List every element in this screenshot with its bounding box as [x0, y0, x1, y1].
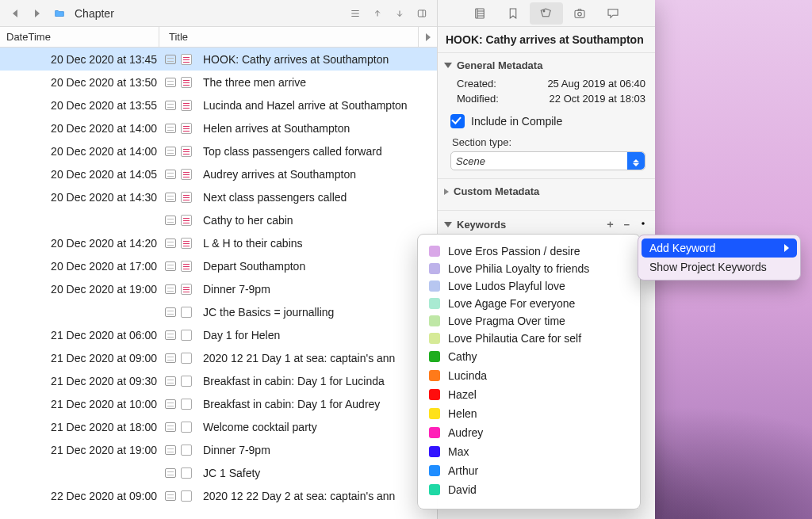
table-row[interactable]: 20 Dec 2020 at 14:30Next class passenger…	[0, 185, 437, 208]
document-empty-icon	[181, 307, 192, 318]
tab-notes-icon[interactable]	[463, 2, 496, 25]
keyword-item[interactable]: Love Philautia Care for self	[427, 330, 630, 347]
cell-title: 2020 12 21 Day 1 at sea: captain's ann	[203, 352, 437, 364]
keywords-popover: Love Eros Passion / desireLove Philia Lo…	[417, 234, 641, 509]
keyword-label: Cathy	[448, 350, 477, 363]
table-row[interactable]: 20 Dec 2020 at 13:50The three men arrive	[0, 71, 437, 93]
cell-datetime: 20 Dec 2020 at 14:20	[6, 237, 165, 250]
outline-item-icon	[165, 445, 176, 455]
table-row[interactable]: 20 Dec 2020 at 14:20L & H to their cabin…	[0, 231, 437, 254]
table-row[interactable]: 21 Dec 2020 at 09:30Breakfast in cabin: …	[0, 369, 437, 392]
cell-datetime: 20 Dec 2020 at 14:00	[6, 145, 165, 158]
outline-item-icon	[165, 239, 176, 248]
keyword-item[interactable]: Cathy	[427, 347, 630, 366]
outline-item-icon	[165, 284, 176, 294]
section-type-dropdown[interactable]: Scene	[450, 151, 645, 170]
nav-back-button[interactable]	[6, 5, 24, 22]
table-row[interactable]: 20 Dec 2020 at 14:00Helen arrives at Sou…	[0, 116, 437, 139]
tab-metadata-icon[interactable]	[530, 2, 563, 25]
cell-title: The three men arrive	[203, 76, 437, 89]
cell-title: Dinner 7-9pm	[203, 444, 437, 456]
keyword-item[interactable]: Hazel	[427, 385, 630, 404]
table-row[interactable]: 20 Dec 2020 at 19:00Dinner 7-9pm	[0, 277, 437, 300]
keyword-item[interactable]: Max	[427, 442, 630, 461]
keyword-item[interactable]: Love Ludos Playful love	[427, 277, 630, 295]
table-row[interactable]: 21 Dec 2020 at 06:00 Day 1 for Helen	[0, 323, 437, 346]
add-keyword-icon[interactable]: ＋	[605, 217, 615, 231]
dropdown-arrow-icon	[627, 152, 645, 170]
section-head-general[interactable]: General Metadata	[444, 56, 649, 76]
include-in-compile-row[interactable]: Include in Compile	[444, 106, 649, 133]
table-row[interactable]: 21 Dec 2020 at 09:002020 12 21 Day 1 at …	[0, 346, 437, 369]
keyword-item[interactable]: David	[427, 480, 630, 499]
keyword-item[interactable]: Audrey	[427, 423, 630, 442]
cell-icons	[165, 467, 203, 479]
document-filled-icon	[181, 169, 192, 180]
document-empty-icon	[181, 422, 192, 433]
tab-bookmark-icon[interactable]	[496, 2, 530, 25]
section-general-metadata: General Metadata Created: 25 Aug 2019 at…	[438, 53, 655, 179]
table-row[interactable]: 22 Dec 2020 at 09:002020 12 22 Day 2 at …	[0, 484, 437, 507]
table-row[interactable]: 20 Dec 2020 at 14:00Top class passengers…	[0, 139, 437, 162]
cell-icons	[165, 169, 203, 180]
cell-datetime: 21 Dec 2020 at 09:30	[6, 375, 165, 387]
keywords-gear-icon[interactable]	[638, 218, 649, 231]
list-toolbar: Chapter	[0, 0, 437, 27]
nav-forward-button[interactable]	[29, 5, 46, 22]
sort-down-icon[interactable]	[391, 5, 408, 22]
cell-title: HOOK: Cathy arrives at Southampton	[203, 53, 437, 66]
keyword-swatch	[429, 351, 440, 362]
keyword-item[interactable]: Arthur	[427, 461, 630, 480]
tab-comments-icon[interactable]	[596, 2, 630, 25]
table-row[interactable]: 21 Dec 2020 at 19:00Dinner 7-9pm	[0, 438, 437, 461]
table-row[interactable]: 20 Dec 2020 at 13:45HOOK: Cathy arrives …	[0, 48, 437, 71]
section-head-custom[interactable]: Custom Metadata	[444, 182, 649, 202]
keyword-label: Hazel	[448, 388, 477, 401]
cell-title: Lucinda and Hazel arrive at Southampton	[203, 99, 437, 112]
breadcrumb[interactable]: Chapter	[75, 7, 114, 20]
cell-icons	[165, 307, 203, 318]
keyword-label: Lucinda	[448, 369, 487, 382]
keyword-item[interactable]: Helen	[427, 404, 630, 423]
cell-icons	[165, 215, 203, 226]
keyword-item[interactable]: Love Agage For everyone	[427, 295, 630, 312]
table-row[interactable]: 20 Dec 2020 at 17:00Depart Southampton	[0, 254, 437, 277]
keyword-swatch	[429, 370, 440, 381]
table-row[interactable]: JC the Basics = journalling	[0, 300, 437, 323]
cell-datetime: 21 Dec 2020 at 10:00	[6, 398, 165, 410]
document-filled-icon	[181, 54, 192, 65]
cell-icons	[165, 54, 203, 65]
sort-up-icon[interactable]	[369, 5, 386, 22]
document-empty-icon	[181, 399, 192, 410]
table-row[interactable]: Cathy to her cabin	[0, 208, 437, 231]
column-menu-icon[interactable]	[418, 27, 437, 47]
keyword-item[interactable]: Love Philia Loyalty to friends	[427, 260, 630, 277]
section-head-keywords[interactable]: Keywords ＋ −	[444, 214, 649, 236]
keyword-item[interactable]: Love Pragma Over time	[427, 312, 630, 330]
view-list-icon[interactable]	[347, 5, 364, 22]
svg-rect-0	[418, 10, 425, 16]
keyword-item[interactable]: Love Eros Passion / desire	[427, 242, 630, 260]
keyword-item[interactable]: Lucinda	[427, 366, 630, 385]
table-row[interactable]: 21 Dec 2020 at 10:00Breakfast in cabin: …	[0, 392, 437, 415]
column-title[interactable]: Title	[159, 27, 418, 47]
layout-toggle-icon[interactable]	[413, 5, 431, 22]
table-row[interactable]: JC 1 Safety	[0, 461, 437, 484]
modified-label: Modified:	[457, 93, 520, 105]
cell-datetime: 20 Dec 2020 at 19:00	[6, 283, 165, 296]
table-row[interactable]: 21 Dec 2020 at 18:00Welcome cocktail par…	[0, 415, 437, 438]
include-checkbox[interactable]	[450, 114, 465, 128]
table-row[interactable]: 20 Dec 2020 at 14:05Audrey arrives at So…	[0, 162, 437, 185]
cell-title: Cathy to her cabin	[203, 214, 437, 227]
cell-title: Helen arrives at Southampton	[203, 122, 437, 135]
menu-add-keyword[interactable]: Add Keyword	[642, 239, 797, 258]
tab-snapshot-icon[interactable]	[563, 2, 596, 25]
remove-keyword-icon[interactable]: −	[623, 219, 630, 231]
menu-show-project-keywords[interactable]: Show Project Keywords	[642, 258, 797, 277]
keyword-label: Audrey	[448, 426, 483, 439]
table-row[interactable]: 20 Dec 2020 at 13:55Lucinda and Hazel ar…	[0, 93, 437, 116]
column-datetime[interactable]: DateTime	[0, 31, 159, 43]
cell-title: L & H to their cabins	[203, 237, 437, 250]
section-type-label: Section type:	[444, 133, 649, 150]
cell-icons	[165, 123, 203, 134]
